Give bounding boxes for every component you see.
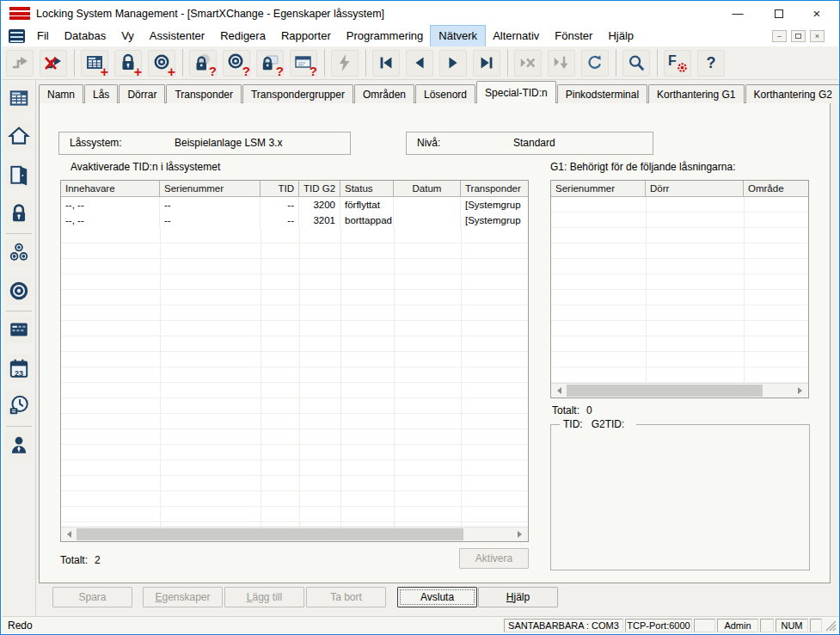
- scroll-right-icon[interactable]: [794, 384, 808, 398]
- tab-dorrar[interactable]: Dörrar: [119, 84, 165, 103]
- menu-databas[interactable]: Databas: [57, 26, 113, 46]
- menu-bar: Fil Databas Vy Assistenter Redigera Rapp…: [2, 26, 838, 46]
- right-table-hscrollbar[interactable]: [551, 383, 808, 398]
- mdi-minimize-button[interactable]: –: [772, 30, 787, 42]
- close-button[interactable]: ×: [802, 2, 831, 26]
- goto-record-button[interactable]: [548, 50, 575, 77]
- title-bar: Locking System Management - [SmartXChang…: [2, 2, 838, 26]
- read-window-button[interactable]: ?: [290, 50, 317, 77]
- menu-fil[interactable]: Fil: [29, 26, 57, 46]
- mdi-child-icon[interactable]: [9, 29, 25, 43]
- menu-fonster[interactable]: Fönster: [547, 26, 600, 46]
- menu-vy[interactable]: Vy: [113, 26, 142, 46]
- menu-redigera[interactable]: Redigera: [212, 26, 273, 46]
- sidebar-lock-button[interactable]: [5, 200, 33, 227]
- remove-button[interactable]: Ta bort: [306, 587, 386, 607]
- save-button[interactable]: Spara: [52, 587, 132, 607]
- tab-losenord[interactable]: Lösenord: [415, 84, 475, 103]
- add-button[interactable]: Lägg till: [224, 587, 304, 607]
- scroll-right-icon[interactable]: [513, 527, 528, 541]
- level-value: Standard: [513, 133, 555, 154]
- label-rest: jälp: [513, 591, 530, 603]
- col-transponder[interactable]: Transponder: [461, 181, 528, 196]
- deactivated-tids-table[interactable]: Innehavare Serienummer TID TID G2 Status…: [60, 180, 529, 542]
- col-serienummer[interactable]: Serienummer: [160, 181, 261, 196]
- tab-korthantering-g2[interactable]: Korthantering G2: [745, 84, 840, 103]
- jump-cancel-icon: [43, 52, 64, 73]
- sidebar-transponder-group-button[interactable]: [5, 238, 33, 266]
- filter-settings-button[interactable]: F: [664, 50, 691, 77]
- menu-alternativ[interactable]: Alternativ: [485, 26, 547, 46]
- sidebar-matrix-button[interactable]: [5, 84, 33, 112]
- new-locking-system-button[interactable]: +: [81, 50, 108, 77]
- menu-natverk[interactable]: Nätverk: [431, 26, 485, 46]
- scroll-left-icon[interactable]: [551, 384, 566, 398]
- cancel-record-button[interactable]: [514, 50, 542, 77]
- label-rest: genskaper: [162, 591, 210, 603]
- level-box: Nivå: Standard: [406, 132, 653, 155]
- col-omrade[interactable]: Område: [744, 181, 808, 196]
- scroll-thumb[interactable]: [77, 528, 463, 540]
- tab-omraden[interactable]: Områden: [354, 84, 414, 103]
- col-tid-g2[interactable]: TID G2: [299, 181, 340, 196]
- maximize-button[interactable]: [764, 2, 794, 26]
- sidebar-schedule-button[interactable]: [5, 316, 33, 343]
- col-datum[interactable]: Datum: [394, 181, 461, 196]
- sidebar-calendar-button[interactable]: 23: [5, 354, 33, 382]
- prev-record-icon: [410, 53, 429, 72]
- time-zone-icon: [8, 394, 30, 416]
- overlay: ?: [310, 65, 317, 77]
- mdi-close-button[interactable]: ×: [810, 30, 825, 42]
- activate-button[interactable]: Aktivera: [459, 548, 529, 569]
- prev-record-button[interactable]: [406, 50, 433, 77]
- next-record-icon: [444, 53, 463, 72]
- help-button[interactable]: ?: [697, 50, 725, 77]
- tab-namn[interactable]: Namn: [39, 84, 83, 103]
- menu-rapporter[interactable]: Rapporter: [273, 26, 339, 46]
- table-row[interactable]: --, -- -- -- 3200 förflyttat [Systemgrup: [61, 197, 528, 213]
- col-innehavare[interactable]: Innehavare: [61, 181, 160, 196]
- col-status[interactable]: Status: [340, 181, 394, 196]
- menu-programmering[interactable]: Programmering: [339, 26, 432, 46]
- col-dorr[interactable]: Dörr: [646, 181, 744, 196]
- resize-grip-icon[interactable]: [825, 620, 837, 632]
- col-tid[interactable]: TID: [261, 181, 299, 196]
- next-record-button[interactable]: [439, 50, 467, 77]
- sidebar-door-button[interactable]: [5, 161, 33, 188]
- scroll-left-icon[interactable]: [61, 527, 76, 541]
- sidebar-user-button[interactable]: [5, 431, 33, 459]
- exit-button[interactable]: Avsluta: [397, 587, 477, 607]
- tab-special-tid[interactable]: Special-TID:n: [476, 81, 556, 103]
- col-serienummer[interactable]: Serienummer: [551, 181, 646, 196]
- new-lock-button[interactable]: +: [114, 50, 142, 77]
- sidebar-time-zone-button[interactable]: [5, 391, 33, 419]
- help-footer-button[interactable]: Hjälp: [478, 587, 558, 607]
- tab-transponder[interactable]: Transponder: [166, 84, 242, 103]
- refresh-button[interactable]: [581, 50, 609, 77]
- jump-button[interactable]: [6, 50, 34, 77]
- menu-hjalp[interactable]: Hjälp: [600, 26, 641, 46]
- left-table-hscrollbar[interactable]: [61, 527, 528, 541]
- read-lock-button[interactable]: ?: [189, 50, 217, 77]
- sidebar-transponder-button[interactable]: [5, 277, 33, 305]
- tab-pinkodsterminal[interactable]: Pinkodsterminal: [557, 84, 647, 103]
- last-record-button[interactable]: [473, 50, 500, 77]
- authorized-locks-table[interactable]: Serienummer Dörr Område: [550, 180, 809, 398]
- properties-button[interactable]: Egenskaper: [143, 587, 223, 607]
- tab-transpondergrupper[interactable]: Transpondergrupper: [242, 84, 353, 103]
- search-button[interactable]: [622, 50, 650, 77]
- read-transponder-button[interactable]: ?: [223, 50, 250, 77]
- minimize-button[interactable]: —: [723, 2, 752, 26]
- scroll-thumb[interactable]: [567, 385, 763, 397]
- sidebar-home-button[interactable]: [5, 122, 33, 150]
- menu-assistenter[interactable]: Assistenter: [142, 26, 212, 46]
- program-button[interactable]: [331, 50, 359, 77]
- jump-cancel-button[interactable]: [40, 50, 67, 77]
- table-row[interactable]: --, -- -- -- 3201 borttappad [Systemgrup: [61, 213, 528, 228]
- new-transponder-button[interactable]: +: [148, 50, 175, 77]
- tab-korthantering-g1[interactable]: Korthantering G1: [648, 84, 744, 103]
- first-record-button[interactable]: [372, 50, 400, 77]
- mdi-restore-button[interactable]: [791, 30, 806, 42]
- read-g1-lock-button[interactable]: ?: [256, 50, 284, 77]
- tab-las[interactable]: Lås: [84, 84, 118, 103]
